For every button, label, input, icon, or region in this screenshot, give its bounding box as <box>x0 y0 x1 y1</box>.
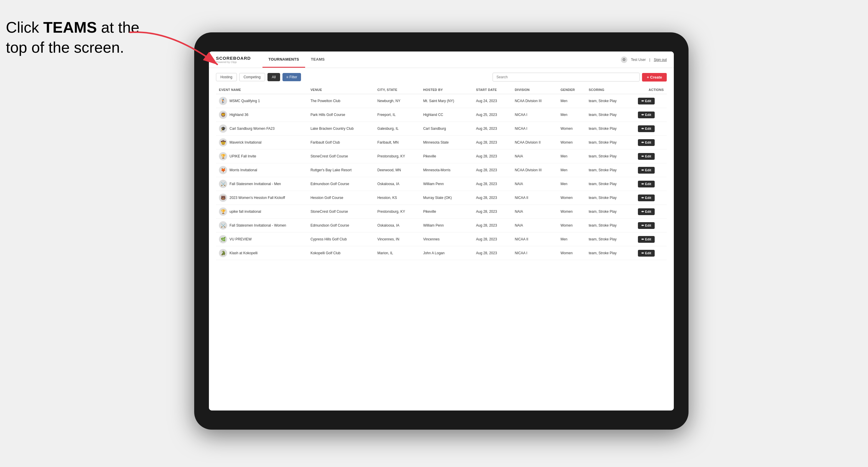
cell-gender-8: Women <box>558 205 586 219</box>
cell-city-6: Oskaloosa, IA <box>375 177 421 191</box>
cell-venue-10: Cypress Hills Golf Club <box>308 232 374 246</box>
cell-gender-4: Men <box>558 150 586 163</box>
event-name-11: Klash at Kokopelli <box>229 251 257 255</box>
edit-button-5[interactable]: ✏ Edit <box>638 167 655 174</box>
main-content: Hosting Competing All ≡ Filter + Create … <box>209 68 674 410</box>
cell-hosted-3: Minnesota State <box>420 136 473 150</box>
cell-division-8: NAIA <box>512 205 558 219</box>
event-icon-1: 🦁 <box>219 111 227 119</box>
cell-gender-7: Women <box>558 191 586 205</box>
edit-button-4[interactable]: ✏ Edit <box>638 153 655 160</box>
edit-button-6[interactable]: ✏ Edit <box>638 181 655 187</box>
cell-scoring-9: team, Stroke Play <box>586 219 635 232</box>
cell-date-9: Aug 28, 2023 <box>473 219 512 232</box>
cell-actions-1: ✏ Edit <box>635 108 667 122</box>
event-icon-8: 🏆 <box>219 208 227 216</box>
cell-date-2: Aug 26, 2023 <box>473 122 512 136</box>
cell-scoring-10: team, Stroke Play <box>586 232 635 246</box>
edit-button-10[interactable]: ✏ Edit <box>638 236 655 243</box>
cell-actions-0: ✏ Edit <box>635 94 667 108</box>
cell-gender-5: Men <box>558 163 586 177</box>
cell-city-4: Prestonsburg, KY <box>375 150 421 163</box>
tablet-screen: SCOREBOARD Powered by Clipp TOURNAMENTS … <box>209 52 674 410</box>
create-button[interactable]: + Create <box>642 73 667 82</box>
table-row: 🦊 Morris Invitational Ruttger's Bay Lake… <box>216 163 667 177</box>
cell-division-10: NICAA II <box>512 232 558 246</box>
edit-button-1[interactable]: ✏ Edit <box>638 112 655 118</box>
edit-button-7[interactable]: ✏ Edit <box>638 194 655 201</box>
cell-scoring-5: team, Stroke Play <box>586 163 635 177</box>
cell-date-1: Aug 25, 2023 <box>473 108 512 122</box>
event-name-3: Maverick Invitational <box>229 141 261 145</box>
cell-division-2: NICAA I <box>512 122 558 136</box>
cell-hosted-1: Highland CC <box>420 108 473 122</box>
cell-city-2: Galesburg, IL <box>375 122 421 136</box>
gear-icon[interactable]: ⚙ <box>621 57 627 63</box>
col-header-division: DIVISION <box>512 86 558 94</box>
edit-button-11[interactable]: ✏ Edit <box>638 250 655 257</box>
edit-button-0[interactable]: ✏ Edit <box>638 98 655 104</box>
cell-venue-11: Kokopelli Golf Club <box>308 246 374 260</box>
edit-button-3[interactable]: ✏ Edit <box>638 139 655 146</box>
cell-division-7: NICAA II <box>512 191 558 205</box>
table-row: ⚔️ Fall Statesmen Invitational - Men Edm… <box>216 177 667 191</box>
cell-hosted-0: Mt. Saint Mary (NY) <box>420 94 473 108</box>
event-name-4: UPIKE Fall Invite <box>229 154 256 158</box>
all-button[interactable]: All <box>268 73 280 81</box>
edit-button-9[interactable]: ✏ Edit <box>638 222 655 229</box>
cell-event-11: 🐊 Klash at Kokopelli <box>216 246 308 260</box>
cell-actions-11: ✏ Edit <box>635 246 667 260</box>
cell-scoring-6: team, Stroke Play <box>586 177 635 191</box>
event-name-8: upike fall invitational <box>229 210 261 214</box>
arrow-indicator <box>112 24 236 88</box>
table-row: 🏆 upike fall invitational StoneCrest Gol… <box>216 205 667 219</box>
cell-venue-1: Park Hills Golf Course <box>308 108 374 122</box>
filter-button[interactable]: ≡ Filter <box>282 73 301 81</box>
cell-date-7: Aug 28, 2023 <box>473 191 512 205</box>
cell-division-6: NAIA <box>512 177 558 191</box>
col-header-date: START DATE <box>473 86 512 94</box>
event-icon-3: 🤠 <box>219 138 227 147</box>
event-icon-4: 🏆 <box>219 152 227 160</box>
cell-venue-6: Edmundson Golf Course <box>308 177 374 191</box>
nav-right: ⚙ Test User | Sign out <box>621 57 667 63</box>
cell-gender-1: Men <box>558 108 586 122</box>
table-row: 🦁 Highland 36 Park Hills Golf Course Fre… <box>216 108 667 122</box>
cell-hosted-4: Pikeville <box>420 150 473 163</box>
event-icon-6: ⚔️ <box>219 180 227 188</box>
cell-date-8: Aug 28, 2023 <box>473 205 512 219</box>
cell-gender-10: Men <box>558 232 586 246</box>
cell-city-7: Hesston, KS <box>375 191 421 205</box>
cell-scoring-0: team, Stroke Play <box>586 94 635 108</box>
cell-venue-3: Faribault Golf Club <box>308 136 374 150</box>
sign-out-link[interactable]: Sign out <box>654 58 667 62</box>
edit-button-8[interactable]: ✏ Edit <box>638 208 655 215</box>
tab-teams[interactable]: TEAMS <box>305 52 331 68</box>
table-row: 🤠 Maverick Invitational Faribault Golf C… <box>216 136 667 150</box>
event-name-0: MSMC Qualifying 1 <box>229 99 260 103</box>
col-header-city: CITY, STATE <box>375 86 421 94</box>
cell-event-4: 🏆 UPIKE Fall Invite <box>216 150 308 163</box>
instruction-line2: top of the screen. <box>6 39 124 56</box>
edit-button-2[interactable]: ✏ Edit <box>638 125 655 132</box>
cell-division-0: NCAA Division III <box>512 94 558 108</box>
competing-button[interactable]: Competing <box>239 73 265 81</box>
table-header: EVENT NAME VENUE CITY, STATE HOSTED BY S… <box>216 86 667 94</box>
cell-hosted-8: Pikeville <box>420 205 473 219</box>
cell-actions-7: ✏ Edit <box>635 191 667 205</box>
cell-event-0: 🏌️ MSMC Qualifying 1 <box>216 94 308 108</box>
cell-event-1: 🦁 Highland 36 <box>216 108 308 122</box>
toolbar: Hosting Competing All ≡ Filter + Create <box>216 73 667 82</box>
cell-gender-9: Women <box>558 219 586 232</box>
col-header-gender: GENDER <box>558 86 586 94</box>
event-name-7: 2023 Women's Hesston Fall Kickoff <box>229 196 285 200</box>
tab-tournaments[interactable]: TOURNAMENTS <box>262 52 305 68</box>
cell-scoring-3: team, Stroke Play <box>586 136 635 150</box>
search-input[interactable] <box>493 73 640 82</box>
col-header-hosted: HOSTED BY <box>420 86 473 94</box>
cell-gender-6: Men <box>558 177 586 191</box>
cell-actions-8: ✏ Edit <box>635 205 667 219</box>
cell-venue-9: Edmundson Golf Course <box>308 219 374 232</box>
cell-event-2: 🎓 Carl Sandburg Women FA23 <box>216 122 308 136</box>
cell-date-6: Aug 28, 2023 <box>473 177 512 191</box>
